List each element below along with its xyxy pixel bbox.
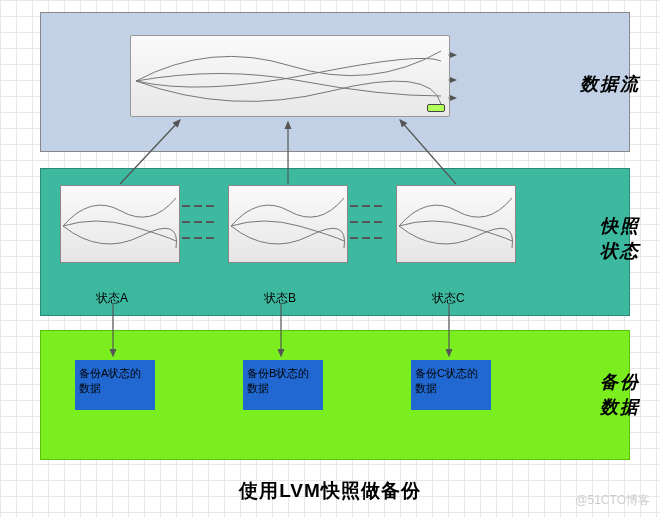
label-backup-line1: 备份: [600, 372, 640, 392]
snapshot-label-a: 状态A: [96, 290, 128, 307]
label-backup-line2: 数据: [600, 397, 640, 417]
snapshot-box-b: [228, 185, 348, 263]
label-snapshot-line2: 状态: [600, 241, 640, 261]
backup-box-b: 备份B状态的数据: [243, 360, 323, 410]
watermark: @51CTO博客: [575, 492, 650, 509]
wavy-lines-b: [229, 186, 349, 264]
label-backup-data: 备份 数据: [600, 370, 640, 420]
dash-connector-bc: [350, 205, 394, 255]
progress-icon: [427, 104, 445, 112]
wavy-lines-a: [61, 186, 181, 264]
label-data-stream: 数据流: [580, 72, 640, 97]
label-snapshot-line1: 快照: [600, 216, 640, 236]
label-snapshot-state: 快照 状态: [600, 214, 640, 264]
snapshot-box-a: [60, 185, 180, 263]
diagram-caption: 使用LVM快照做备份: [0, 478, 660, 504]
snapshot-label-c: 状态C: [432, 290, 465, 307]
snapshot-box-c: [396, 185, 516, 263]
backup-box-c: 备份C状态的数据: [411, 360, 491, 410]
backup-box-a: 备份A状态的数据: [75, 360, 155, 410]
data-stream-box: [130, 35, 450, 117]
dash-connector-ab: [182, 205, 226, 255]
snapshot-label-b: 状态B: [264, 290, 296, 307]
wavy-lines-stream: [131, 36, 451, 118]
wavy-lines-c: [397, 186, 517, 264]
